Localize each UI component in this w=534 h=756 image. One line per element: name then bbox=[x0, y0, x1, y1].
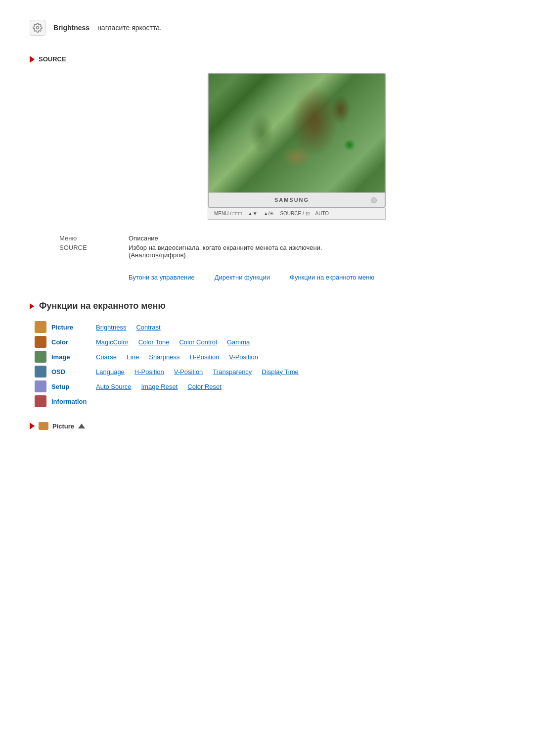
control-source: SOURCE / ⊡ bbox=[280, 211, 309, 216]
link-contrast[interactable]: Contrast bbox=[136, 324, 160, 331]
header-description: нагласите яркостта. bbox=[97, 24, 162, 32]
image-icon bbox=[35, 351, 46, 363]
menu-source-label: SOURCE bbox=[59, 244, 129, 259]
monitor-container: SAMSUNG MENU / □□□ ▲▼ ▲/☀ SOURCE / ⊡ AUT… bbox=[89, 73, 504, 220]
category-image: Image bbox=[51, 353, 96, 361]
setup-links: Auto Source Image Reset Color Reset bbox=[96, 383, 504, 390]
monitor-screen bbox=[209, 74, 385, 192]
menu-grid: Picture Brightness Contrast Color MagicC… bbox=[35, 321, 504, 407]
link-coarse[interactable]: Coarse bbox=[96, 353, 117, 361]
functions-title-bar: Функции на екранното меню bbox=[30, 301, 504, 311]
link-fine[interactable]: Fine bbox=[127, 353, 139, 361]
tab-osd-functions[interactable]: Функции на екранното меню bbox=[290, 274, 374, 281]
table-data-row: SOURCE Избор на видеосигнала, когато екр… bbox=[59, 244, 504, 259]
menu-source-desc: Избор на видеосигнала, когато екранните … bbox=[129, 244, 504, 259]
tab-control-buttons[interactable]: Бутони за управление bbox=[129, 274, 195, 281]
category-osd: OSD bbox=[51, 368, 96, 376]
brightness-label: Brightness bbox=[53, 24, 89, 32]
bottom-nav-picture-label: Picture bbox=[52, 423, 74, 430]
category-setup: Setup bbox=[51, 383, 96, 390]
menu-row-setup: Setup Auto Source Image Reset Color Rese… bbox=[35, 380, 504, 392]
link-transparency[interactable]: Transparency bbox=[213, 368, 252, 376]
menu-row-color: Color MagicColor Color Tone Color Contro… bbox=[35, 336, 504, 348]
link-color-reset[interactable]: Color Reset bbox=[187, 383, 222, 390]
menu-row-image: Image Coarse Fine Sharpness H-Position V… bbox=[35, 351, 504, 363]
picture-links: Brightness Contrast bbox=[96, 324, 504, 331]
link-color-control[interactable]: Color Control bbox=[179, 338, 217, 346]
menu-row-osd: OSD Language H-Position V-Position Trans… bbox=[35, 366, 504, 378]
control-auto: AUTO bbox=[315, 211, 329, 216]
bottom-nav-picture-icon bbox=[39, 422, 48, 430]
control-brightness: ▲/☀ bbox=[264, 211, 274, 216]
tab-direct-functions[interactable]: Директни функции bbox=[215, 274, 270, 281]
monitor-frame: SAMSUNG bbox=[208, 73, 386, 208]
bottom-nav-up-arrow bbox=[78, 424, 85, 428]
table-header-row: Меню Описание bbox=[59, 235, 504, 242]
category-information[interactable]: Information bbox=[51, 398, 96, 405]
link-display-time[interactable]: Display Time bbox=[262, 368, 298, 376]
bottom-nav-source-arrow bbox=[30, 423, 35, 429]
link-osd-v-position[interactable]: V-Position bbox=[174, 368, 203, 376]
col-header-menu: Меню bbox=[59, 235, 129, 242]
link-v-position[interactable]: V-Position bbox=[229, 353, 258, 361]
osd-icon bbox=[35, 366, 46, 378]
source-table: Меню Описание SOURCE Избор на видеосигна… bbox=[59, 235, 504, 259]
monitor-bottom-bar: SAMSUNG bbox=[209, 192, 385, 207]
brightness-icon-box bbox=[30, 20, 45, 36]
functions-section: Функции на екранното меню Picture Bright… bbox=[30, 301, 504, 407]
link-gamma[interactable]: Gamma bbox=[227, 338, 250, 346]
control-menu: MENU / □□□ bbox=[214, 211, 242, 216]
col-header-desc: Описание bbox=[129, 235, 504, 242]
source-header: SOURCE bbox=[30, 55, 504, 63]
image-links: Coarse Fine Sharpness H-Position V-Posit… bbox=[96, 353, 504, 361]
functions-title-text: Функции на екранното меню bbox=[39, 301, 166, 311]
link-magiccolor[interactable]: MagicColor bbox=[96, 338, 129, 346]
link-brightness[interactable]: Brightness bbox=[96, 324, 126, 331]
control-arrows: ▲▼ bbox=[248, 211, 258, 216]
menu-row-information: Information bbox=[35, 395, 504, 407]
info-icon bbox=[35, 395, 46, 407]
color-icon bbox=[35, 336, 46, 348]
svg-point-0 bbox=[37, 27, 39, 29]
source-arrow-icon bbox=[30, 56, 35, 63]
link-osd-h-position[interactable]: H-Position bbox=[134, 368, 164, 376]
bottom-nav: Picture bbox=[30, 422, 504, 430]
monitor-power-button[interactable] bbox=[371, 197, 377, 203]
link-auto-source[interactable]: Auto Source bbox=[96, 383, 132, 390]
picture-icon bbox=[35, 321, 46, 333]
link-color-tone[interactable]: Color Tone bbox=[138, 338, 170, 346]
nav-tabs: Бутони за управление Директни функции Фу… bbox=[129, 274, 504, 281]
link-h-position[interactable]: H-Position bbox=[189, 353, 219, 361]
link-image-reset[interactable]: Image Reset bbox=[141, 383, 178, 390]
category-picture: Picture bbox=[51, 324, 96, 331]
setup-icon bbox=[35, 380, 46, 392]
source-label-text: SOURCE bbox=[39, 55, 66, 63]
functions-arrow-icon bbox=[30, 303, 34, 309]
category-color: Color bbox=[51, 338, 96, 346]
color-links: MagicColor Color Tone Color Control Gamm… bbox=[96, 338, 504, 346]
link-sharpness[interactable]: Sharpness bbox=[149, 353, 179, 361]
link-language[interactable]: Language bbox=[96, 368, 125, 376]
gear-icon bbox=[33, 23, 43, 33]
osd-links: Language H-Position V-Position Transpare… bbox=[96, 368, 504, 376]
source-section: SOURCE SAMSUNG MENU / □□□ ▲▼ ▲/☀ SOURCE … bbox=[30, 55, 504, 259]
menu-row-picture: Picture Brightness Contrast bbox=[35, 321, 504, 333]
monitor-controls-bar: MENU / □□□ ▲▼ ▲/☀ SOURCE / ⊡ AUTO bbox=[208, 208, 386, 220]
monitor-brand: SAMSUNG bbox=[274, 197, 309, 203]
header-section: Brightness нагласите яркостта. bbox=[30, 20, 504, 36]
